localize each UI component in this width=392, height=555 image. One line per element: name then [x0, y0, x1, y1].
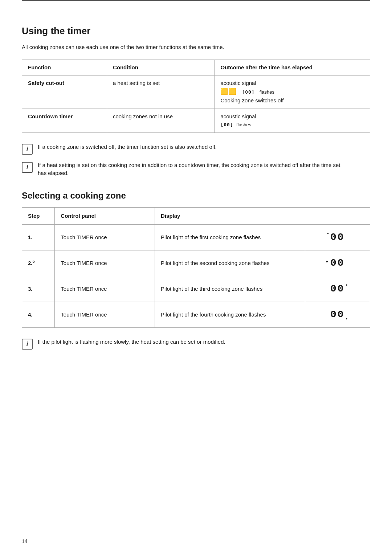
timer-table: Function Condition Outcome after the tim…	[22, 60, 370, 133]
function-countdown: Countdown timer	[22, 109, 107, 132]
step-2-superscript: o	[33, 260, 35, 264]
control-1: Touch TIMER once	[55, 225, 155, 250]
seg-display-1: 🟨🟨	[220, 89, 237, 95]
step-3: 3.	[22, 276, 55, 302]
info-box-2: i If a heat setting is set on this cooki…	[22, 161, 348, 177]
display-visual-2: •00	[305, 250, 370, 276]
timer-intro: All cooking zones can use each use one o…	[22, 43, 334, 52]
display-visual-1: •00	[305, 225, 370, 250]
function-safety: Safety cut-out	[22, 76, 107, 109]
info-text-1: If a cooking zone is switched off, the t…	[38, 143, 217, 151]
zone-section-title: Selecting a cooking zone	[22, 191, 370, 201]
table-row: Safety cut-out a heat setting is set aco…	[22, 76, 370, 109]
condition-countdown: cooking zones not in use	[107, 109, 214, 132]
zone-col-control: Control panel	[55, 207, 155, 225]
display-visual-4: 00•	[305, 302, 370, 328]
step-4: 4.	[22, 302, 55, 328]
page-number: 14	[22, 538, 28, 544]
display-text-3: Pilot light of the third cooking zone fl…	[155, 276, 305, 302]
control-3: Touch TIMER once	[55, 276, 155, 302]
display-text-1: Pilot light of the first cooking zone fl…	[155, 225, 305, 250]
zone-col-step: Step	[22, 207, 55, 225]
timer-col-outcome: Outcome after the time has elapsed	[215, 60, 370, 76]
step-1: 1.	[22, 225, 55, 250]
display-text-2: Pilot light of the second cooking zone f…	[155, 250, 305, 276]
condition-safety: a heat setting is set	[107, 76, 214, 109]
outcome-safety: acoustic signal 🟨🟨 [00] flashes Cooking …	[215, 76, 370, 109]
table-row: 3. Touch TIMER once Pilot light of the t…	[22, 276, 370, 302]
timer-section-title: Using the timer	[22, 25, 370, 37]
info-text-2: If a heat setting is set on this cooking…	[38, 161, 348, 177]
table-row: 2.o Touch TIMER once Pilot light of the …	[22, 250, 370, 276]
zone-table: Step Control panel Display 1. Touch TIME…	[22, 207, 370, 328]
info-box-1: i If a cooking zone is switched off, the…	[22, 143, 348, 155]
table-row: 4. Touch TIMER once Pilot light of the f…	[22, 302, 370, 328]
info-icon-2: i	[22, 162, 33, 173]
display-text-4: Pilot light of the fourth cooking zone f…	[155, 302, 305, 328]
timer-col-function: Function	[22, 60, 107, 76]
step-2: 2.o	[22, 250, 55, 276]
zone-col-display: Display	[155, 207, 370, 225]
outcome-countdown: acoustic signal [00] flashes	[215, 109, 370, 132]
display-visual-3: 00•	[305, 276, 370, 302]
info-text-3: If the pilot light is flashing more slow…	[38, 338, 225, 346]
info-icon-1: i	[22, 144, 33, 155]
timer-col-condition: Condition	[107, 60, 214, 76]
control-4: Touch TIMER once	[55, 302, 155, 328]
control-2: Touch TIMER once	[55, 250, 155, 276]
info-box-3: i If the pilot light is flashing more sl…	[22, 338, 348, 350]
info-icon-3: i	[22, 339, 33, 350]
table-row: Countdown timer cooking zones not in use…	[22, 109, 370, 132]
table-row: 1. Touch TIMER once Pilot light of the f…	[22, 225, 370, 250]
